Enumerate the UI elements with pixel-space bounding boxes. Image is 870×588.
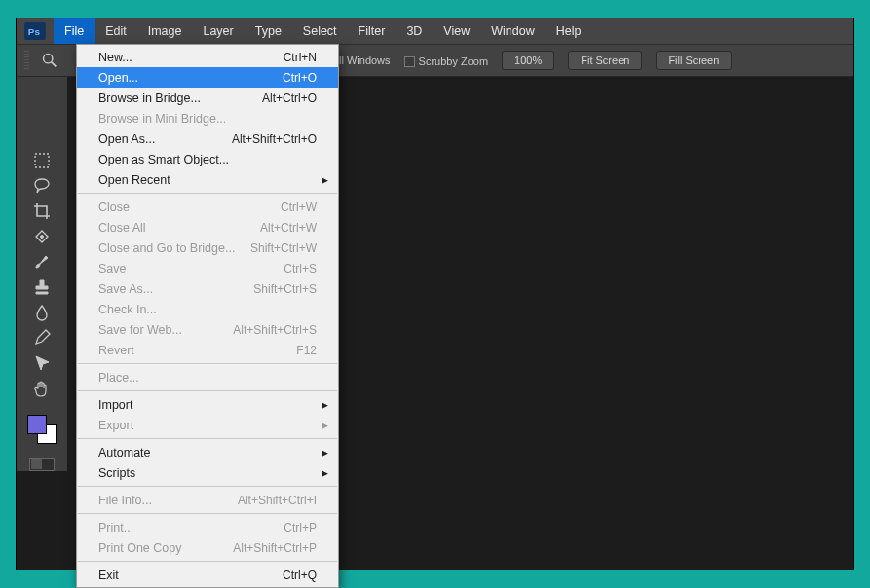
- menuitem-print: Print...Ctrl+P: [77, 517, 338, 537]
- svg-text:Ps: Ps: [28, 26, 41, 37]
- submenu-arrow-icon: ▶: [322, 468, 328, 478]
- menu-separator: [78, 513, 337, 514]
- menuitem-exit[interactable]: ExitCtrl+Q: [77, 565, 338, 585]
- app-window: Ps FileEditImageLayerTypeSelectFilter3DV…: [16, 18, 854, 570]
- menu-separator: [78, 193, 337, 194]
- tool-panel: [17, 77, 67, 471]
- menuitem-file-info: File Info...Alt+Shift+Ctrl+I: [77, 490, 338, 510]
- foreground-swatch[interactable]: [27, 415, 47, 434]
- menuitem-save-as: Save As...Shift+Ctrl+S: [77, 278, 338, 299]
- marquee-tool-icon[interactable]: [29, 150, 55, 171]
- menuitem-import[interactable]: Import▶: [77, 394, 338, 415]
- menuitem-open-as-smart-object[interactable]: Open as Smart Object...: [77, 149, 338, 169]
- menu-separator: [78, 561, 337, 562]
- menu-separator: [78, 486, 337, 487]
- menuitem-browse-in-bridge[interactable]: Browse in Bridge...Alt+Ctrl+O: [77, 88, 338, 108]
- pen-tool-icon[interactable]: [29, 327, 55, 349]
- submenu-arrow-icon: ▶: [322, 448, 328, 458]
- menuitem-open[interactable]: Open...Ctrl+O: [77, 67, 338, 88]
- resize-windows-label: ll Windows: [339, 55, 391, 66]
- menuitem-scripts[interactable]: Scripts▶: [77, 462, 338, 483]
- menu-filter[interactable]: Filter: [348, 18, 397, 44]
- menuitem-place: Place...: [77, 367, 338, 387]
- menuitem-close-and-go-to-bridge: Close and Go to Bridge...Shift+Ctrl+W: [77, 238, 338, 258]
- menu-select[interactable]: Select: [292, 18, 348, 44]
- menu-window[interactable]: Window: [480, 18, 545, 44]
- submenu-arrow-icon: ▶: [322, 175, 328, 185]
- svg-line-3: [52, 62, 57, 67]
- blur-tool-icon[interactable]: [29, 302, 55, 323]
- quickmask-toggle[interactable]: [29, 458, 55, 471]
- brush-tool-icon[interactable]: [29, 251, 55, 273]
- menuitem-revert: RevertF12: [77, 340, 338, 360]
- menu-file[interactable]: File: [54, 18, 95, 44]
- lasso-tool-icon[interactable]: [29, 175, 55, 197]
- menuitem-print-one-copy: Print One CopyAlt+Shift+Ctrl+P: [77, 537, 338, 558]
- zoom-pct-button[interactable]: 100%: [502, 51, 554, 70]
- zoom-tool-icon[interactable]: [35, 49, 64, 72]
- menu-separator: [78, 390, 337, 391]
- menuitem-close-all: Close AllAlt+Ctrl+W: [77, 217, 338, 238]
- menu-edit[interactable]: Edit: [95, 18, 137, 44]
- menu-separator: [78, 438, 337, 439]
- menuitem-new[interactable]: New...Ctrl+N: [77, 47, 338, 67]
- healing-tool-icon[interactable]: [29, 226, 55, 247]
- menuitem-save-for-web: Save for Web...Alt+Shift+Ctrl+S: [77, 319, 338, 340]
- scrubby-zoom-checkbox[interactable]: Scrubby Zoom: [404, 52, 489, 69]
- file-menu-dropdown: New...Ctrl+NOpen...Ctrl+OBrowse in Bridg…: [76, 44, 339, 588]
- menu-image[interactable]: Image: [137, 18, 193, 44]
- grip-icon: [24, 51, 29, 70]
- menuitem-export: Export▶: [77, 415, 338, 435]
- menu-type[interactable]: Type: [245, 18, 292, 44]
- menu-separator: [78, 363, 337, 364]
- stamp-tool-icon[interactable]: [29, 276, 55, 298]
- hand-tool-icon[interactable]: [29, 378, 55, 399]
- menuitem-automate[interactable]: Automate▶: [77, 442, 338, 462]
- menuitem-check-in: Check In...: [77, 299, 338, 319]
- menuitem-open-as[interactable]: Open As...Alt+Shift+Ctrl+O: [77, 129, 338, 149]
- menuitem-close: CloseCtrl+W: [77, 197, 338, 217]
- svg-point-5: [41, 236, 44, 239]
- app-logo: Ps: [17, 18, 54, 44]
- submenu-arrow-icon: ▶: [322, 400, 328, 410]
- menu-view[interactable]: View: [433, 18, 480, 44]
- arrow-tool-icon[interactable]: [29, 352, 55, 374]
- crop-tool-icon[interactable]: [29, 201, 55, 222]
- fit-screen-button[interactable]: Fit Screen: [568, 51, 642, 70]
- menubar: Ps FileEditImageLayerTypeSelectFilter3DV…: [17, 18, 853, 44]
- menuitem-browse-in-mini-bridge: Browse in Mini Bridge...: [77, 108, 338, 129]
- menu-layer[interactable]: Layer: [192, 18, 244, 44]
- menuitem-save: SaveCtrl+S: [77, 258, 338, 278]
- svg-rect-4: [35, 154, 49, 167]
- menuitem-open-recent[interactable]: Open Recent▶: [77, 169, 338, 190]
- submenu-arrow-icon: ▶: [322, 421, 328, 430]
- svg-point-2: [44, 55, 53, 63]
- fill-screen-button[interactable]: Fill Screen: [656, 51, 732, 70]
- menu-help[interactable]: Help: [546, 18, 592, 44]
- menu-3d[interactable]: 3D: [396, 18, 433, 44]
